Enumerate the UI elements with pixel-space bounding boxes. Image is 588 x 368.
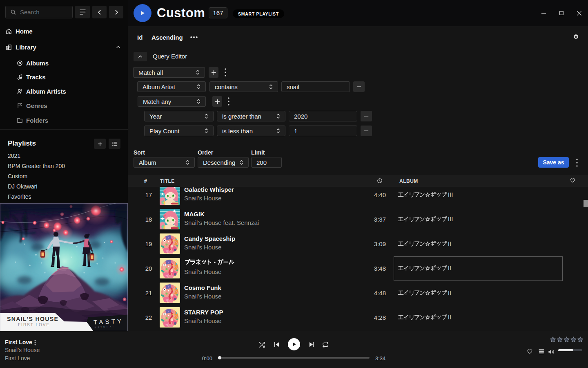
svg-text:III: III [448, 215, 453, 222]
svg-text:SNAIL’S HOUSE: SNAIL’S HOUSE [7, 316, 58, 322]
svg-text:II: II [448, 314, 451, 321]
svg-text:II: II [448, 240, 451, 247]
svg-text:III: III [448, 191, 453, 198]
svg-text:FIRST LOVE: FIRST LOVE [18, 323, 50, 327]
svg-text:II: II [448, 289, 451, 296]
svg-text:TASTY: TASTY [94, 317, 124, 325]
